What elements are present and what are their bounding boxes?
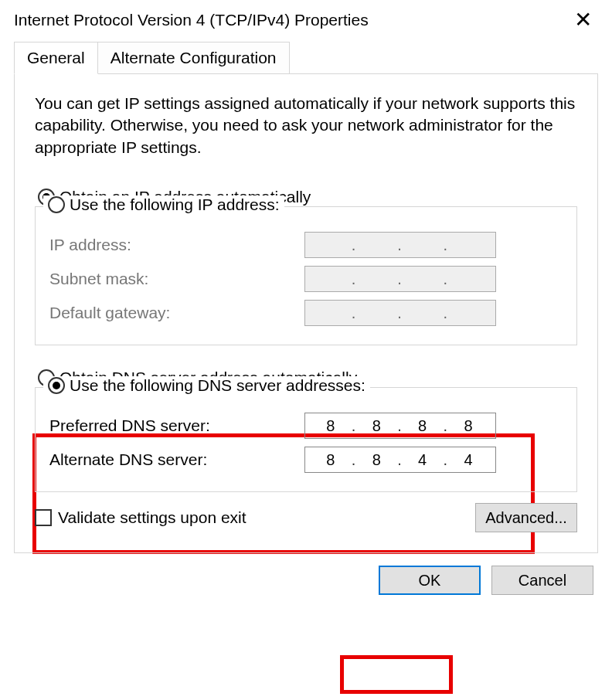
preferred-dns-input[interactable]: 8. 8. 8. 8 xyxy=(304,413,496,439)
subnet-mask-input: ... xyxy=(304,266,496,292)
alternate-dns-label: Alternate DNS server: xyxy=(49,450,304,469)
radio-ip-manual[interactable] xyxy=(48,196,65,213)
gateway-label: Default gateway: xyxy=(49,304,304,322)
dialog-footer: OK Cancel xyxy=(0,553,612,595)
highlight-ok-button xyxy=(340,655,453,694)
tab-strip: General Alternate Configuration xyxy=(14,42,598,74)
ip-fieldset: Use the following IP address: IP address… xyxy=(35,206,577,345)
radio-dns-manual[interactable] xyxy=(48,377,65,394)
alternate-dns-input[interactable]: 8. 8. 4. 4 xyxy=(304,447,496,473)
dns-fieldset: Use the following DNS server addresses: … xyxy=(35,387,577,492)
subnet-mask-label: Subnet mask: xyxy=(49,270,304,288)
close-icon[interactable]: ✕ xyxy=(565,6,601,34)
validate-label: Validate settings upon exit xyxy=(58,508,246,527)
ok-button[interactable]: OK xyxy=(379,566,481,595)
radio-ip-manual-label: Use the following IP address: xyxy=(70,195,280,214)
ip-address-label: IP address: xyxy=(49,236,304,254)
preferred-dns-label: Preferred DNS server: xyxy=(49,416,304,435)
dialog-window: Internet Protocol Version 4 (TCP/IPv4) P… xyxy=(0,0,612,700)
cancel-button[interactable]: Cancel xyxy=(491,566,593,595)
titlebar: Internet Protocol Version 4 (TCP/IPv4) P… xyxy=(0,0,612,42)
tab-general[interactable]: General xyxy=(14,42,98,74)
description-text: You can get IP settings assigned automat… xyxy=(35,93,577,158)
advanced-button[interactable]: Advanced... xyxy=(475,503,577,532)
gateway-input: ... xyxy=(304,300,496,326)
radio-dns-manual-label: Use the following DNS server addresses: xyxy=(70,376,366,395)
validate-checkbox[interactable] xyxy=(35,509,52,526)
tab-alternate[interactable]: Alternate Configuration xyxy=(98,42,290,74)
window-title: Internet Protocol Version 4 (TCP/IPv4) P… xyxy=(14,11,565,29)
tabpanel-general: You can get IP settings assigned automat… xyxy=(14,73,598,553)
ip-address-input: ... xyxy=(304,232,496,258)
